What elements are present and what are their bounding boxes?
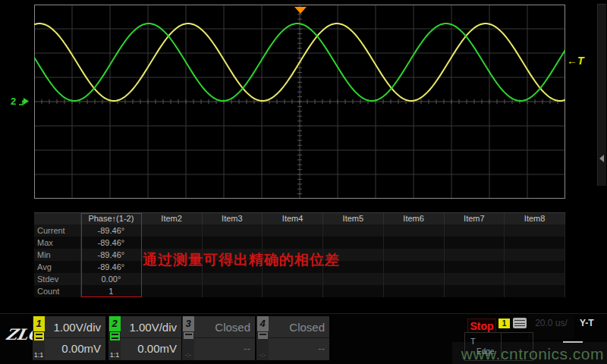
row-value: -89.46° [81,237,142,249]
channel-2-badge: 2 [109,316,121,331]
channel-2-offset: 0.00mV [121,338,181,359]
channel-3-vdiv: Closed [194,316,255,338]
channel-3-probe-ratio: -:- [185,351,192,359]
timebase-box[interactable]: 20.0 us/ [528,315,574,339]
phase-annotation-text: 通过测量可得出精确的相位差 [143,250,340,270]
ground-arrow-icon [17,96,30,107]
channel-1-probe-ratio: 1:1 [34,351,44,359]
measurement-table-header: Phase↑(1-2) Item2 Item3 Item4 Item5 Item… [34,213,565,224]
row-value: -89.46° [81,261,142,273]
trigger-level-marker[interactable]: ←T [567,55,584,67]
trigger-position-marker-icon[interactable] [294,7,307,14]
watermark: www.cntronics.com [461,345,604,363]
right-scrollbar[interactable] [597,4,606,186]
timebase-value: 20.0 us/ [528,315,574,331]
divider-dash [563,341,583,343]
header-item5[interactable]: Item5 [323,213,384,224]
channel-2-vdiv: 1.00V/div [121,316,181,338]
header-item4[interactable]: Item4 [263,213,323,224]
channel-4-vdiv: Closed [269,316,329,338]
header-item8[interactable]: Item8 [505,213,565,224]
channel-2-box[interactable]: 2 1:1 1.00V/div 0.00mV [109,316,181,360]
scroll-left-arrow-icon[interactable] [599,155,604,162]
waveform-display [34,5,565,199]
table-row-max: Max -89.46° [34,237,565,249]
ch2-ground-label: 2 [11,96,16,107]
header-phase[interactable]: Phase↑(1-2) [81,213,142,224]
channel-1-coupling-icon [34,332,44,340]
channel-3-offset: -- [194,338,255,359]
channel-1-vdiv: 1.00V/div [45,316,105,338]
row-value: -89.46° [81,224,142,237]
channel-3-coupling-icon [184,332,193,339]
header-item7[interactable]: Item7 [445,213,505,224]
table-row-count: Count 1 [34,285,565,297]
status-bar: ZLG ® 1 1:1 1.00V/div 0.00mV 2 1:1 1.00V… [0,313,607,364]
run-stop-button[interactable]: Stop [467,318,496,333]
row-label: Current [34,224,81,237]
channel-2-coupling-icon [110,332,120,340]
channel-4-box[interactable]: 4 -:- Closed -- [256,316,329,360]
header-item2[interactable]: Item2 [142,213,203,224]
row-label: Count [34,285,81,297]
row-label: Min [34,249,81,261]
header-item6[interactable]: Item6 [384,213,445,224]
channel-4-badge: 4 [257,316,269,331]
channel-4-probe-ratio: -:- [259,351,266,359]
channel-1-box[interactable]: 1 1:1 1.00V/div 0.00mV [33,316,105,360]
left-arrow-icon: ← [567,55,577,67]
row-value: -89.46° [81,249,142,261]
oscilloscope-screen: 2 ←T Phase↑(1-2) Item2 Item3 Item4 Item5… [0,0,607,364]
row-label: Avg [34,261,81,273]
channel-3-badge: 3 [183,316,194,331]
printer-icon[interactable] [513,318,527,328]
trigger-source-badge[interactable]: 1 [498,318,510,328]
table-row-current: Current -89.46° [34,224,565,237]
channel-1-badge: 1 [33,316,45,331]
row-label: Max [34,237,81,249]
table-row-stdev: Stdev 0.00° [34,273,565,285]
graticule-svg [34,5,565,199]
display-mode-label[interactable]: Y-T [580,318,594,328]
channel-2-probe-ratio: 1:1 [110,351,120,359]
channel-4-coupling-icon [258,332,268,339]
row-label: Stdev [34,273,81,285]
header-blank [34,213,81,224]
channel-1-offset: 0.00mV [45,338,105,359]
trigger-level-label: T [577,55,584,67]
measurement-table: Phase↑(1-2) Item2 Item3 Item4 Item5 Item… [34,212,565,297]
row-value: 0.00° [81,273,142,285]
channel-3-box[interactable]: 3 -:- Closed -- [182,316,255,360]
row-value: 1 [81,285,142,297]
ch2-ground-marker[interactable]: 2 [11,96,30,107]
header-item3[interactable]: Item3 [203,213,263,224]
channel-4-offset: -- [269,338,329,359]
